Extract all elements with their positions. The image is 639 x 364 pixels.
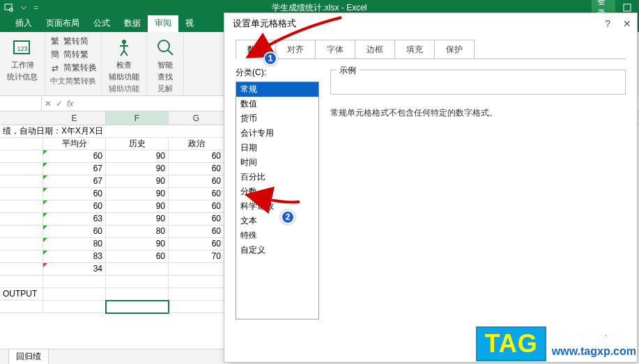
tab-protection[interactable]: 保护: [434, 40, 475, 59]
category-item[interactable]: 科学记数: [236, 199, 318, 214]
cell[interactable]: 60: [169, 213, 224, 225]
category-item[interactable]: 时间: [236, 155, 318, 170]
check-accessibility-button[interactable]: 检查 辅助功能: [106, 35, 142, 84]
format-description: 常规单元格格式不包含任何特定的数字格式。: [330, 107, 626, 119]
category-item[interactable]: 文本: [236, 214, 318, 228]
tab-insert[interactable]: 插入: [8, 15, 39, 32]
smart-lookup-button[interactable]: 智能 查找: [151, 35, 179, 84]
dropdown-icon[interactable]: [18, 2, 29, 13]
cell[interactable]: 90: [106, 163, 169, 175]
group-label: 中文简繁转换: [50, 76, 96, 86]
col-header-g[interactable]: G: [169, 111, 224, 125]
cell[interactable]: 63: [43, 213, 106, 225]
name-box[interactable]: [0, 96, 42, 111]
close-icon[interactable]: ✕: [623, 18, 631, 29]
cell[interactable]: 70: [169, 251, 224, 263]
category-item[interactable]: 分数: [236, 184, 318, 199]
cell[interactable]: 60: [169, 163, 224, 175]
help-icon[interactable]: ?: [605, 18, 610, 29]
category-item[interactable]: 会计专用: [236, 126, 318, 141]
cell[interactable]: 90: [106, 213, 169, 225]
category-item[interactable]: 数值: [236, 97, 318, 111]
print-preview-icon[interactable]: [3, 2, 14, 13]
dialog-titlebar[interactable]: 设置单元格格式 ? ✕: [224, 13, 637, 34]
cell[interactable]: 90: [106, 150, 169, 163]
tab-fill[interactable]: 填充: [394, 40, 435, 59]
simp-to-trad-button[interactable]: 簡 简转繁: [49, 48, 88, 61]
sheet-tab-bar: 回归绩: [0, 349, 224, 364]
header-politics[interactable]: 政治: [169, 138, 224, 150]
sheet-tab[interactable]: 回归绩: [8, 349, 49, 364]
accessibility-icon: [113, 36, 135, 58]
conversion-button[interactable]: ⇄ 简繁转换: [49, 61, 97, 74]
category-item[interactable]: 百分比: [236, 170, 318, 184]
cell[interactable]: 90: [106, 200, 169, 213]
window-title: 学生成绩统计.xlsx - Excel: [272, 2, 367, 14]
cancel-icon[interactable]: ✕: [45, 99, 52, 109]
tab-page-layout[interactable]: 页面布局: [39, 15, 86, 32]
watermark: TAG 电脑技术网 www.tagxp.com: [476, 326, 636, 361]
quick-access-toolbar: =: [0, 2, 38, 13]
cell[interactable]: 67: [43, 163, 106, 175]
cell[interactable]: 60: [169, 200, 224, 213]
tab-alignment[interactable]: 对齐: [275, 40, 316, 59]
svg-rect-0: [5, 4, 12, 10]
cell[interactable]: [169, 263, 224, 276]
fx-icon[interactable]: fx: [67, 99, 73, 109]
output-cell[interactable]: OUTPUT: [0, 288, 43, 301]
label: 工作簿: [11, 60, 34, 70]
cell[interactable]: 90: [106, 175, 169, 188]
cell[interactable]: 60: [43, 150, 106, 163]
cell[interactable]: 60: [106, 251, 169, 263]
label: 统计信息: [7, 72, 38, 82]
watermark-tag: TAG: [476, 326, 546, 361]
cell[interactable]: 67: [43, 175, 106, 188]
tab-view[interactable]: 视: [178, 15, 201, 32]
cell[interactable]: 60: [169, 225, 224, 238]
header-avg[interactable]: 平均分: [43, 138, 106, 150]
tab-review[interactable]: 审阅: [148, 15, 178, 32]
group-label: 见解: [157, 84, 173, 94]
cell[interactable]: 60: [169, 188, 224, 200]
active-cell[interactable]: [106, 301, 169, 313]
category-item[interactable]: 常规: [236, 82, 318, 97]
cell[interactable]: 60: [169, 150, 224, 163]
category-item[interactable]: 货币: [236, 111, 318, 126]
enter-icon[interactable]: ✓: [56, 99, 63, 109]
header-history[interactable]: 历史: [106, 138, 169, 150]
tab-data[interactable]: 数据: [117, 15, 148, 32]
cell[interactable]: 60: [43, 188, 106, 200]
dialog-title: 设置单元格格式: [233, 17, 296, 30]
example-label: 示例: [337, 65, 359, 77]
cell[interactable]: [106, 263, 169, 276]
cell[interactable]: 90: [106, 238, 169, 251]
trad-to-simp-button[interactable]: 繁 繁转简: [49, 35, 88, 48]
tab-font[interactable]: 字体: [315, 40, 355, 59]
cell[interactable]: 60: [43, 225, 106, 238]
watermark-url: www.tagxp.com: [552, 346, 636, 358]
category-list[interactable]: 常规数值货币会计专用日期时间百分比分数科学记数文本特殊自定义: [236, 81, 319, 319]
col-header-e[interactable]: E: [43, 111, 106, 125]
cell[interactable]: 60: [169, 238, 224, 251]
category-item[interactable]: 日期: [236, 141, 318, 155]
category-item[interactable]: 自定义: [236, 243, 318, 258]
col-header-f[interactable]: F: [106, 111, 169, 125]
cell[interactable]: 60: [169, 175, 224, 188]
cell[interactable]: 90: [106, 188, 169, 200]
cell[interactable]: 83: [43, 251, 106, 263]
convert-icon: 簡: [49, 49, 61, 61]
workbook-stats-button[interactable]: 123 工作簿 统计信息: [4, 35, 40, 84]
svg-line-7: [168, 50, 173, 55]
cell[interactable]: 80: [43, 238, 106, 251]
svg-rect-2: [624, 4, 631, 11]
group-insights: 智能 查找 见解: [147, 32, 184, 95]
svg-text:123: 123: [17, 45, 27, 52]
cell[interactable]: 34: [43, 263, 106, 276]
cell[interactable]: 60: [43, 200, 106, 213]
category-item[interactable]: 特殊: [236, 228, 318, 243]
tab-formulas[interactable]: 公式: [86, 15, 117, 32]
cell[interactable]: 80: [106, 225, 169, 238]
app-name: Excel: [346, 3, 367, 13]
merged-title-cell[interactable]: 绩，自动日期：X年X月X日: [0, 125, 224, 138]
tab-border[interactable]: 边框: [355, 40, 395, 59]
